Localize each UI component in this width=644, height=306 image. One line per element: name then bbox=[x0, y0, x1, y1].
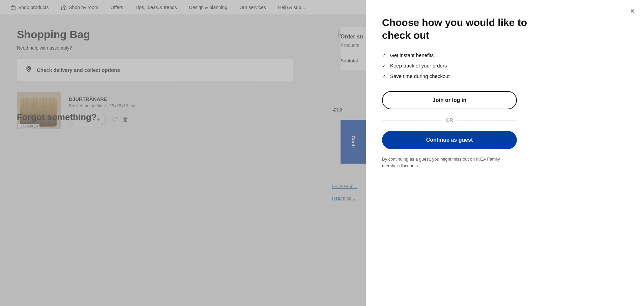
or-label: OR bbox=[446, 117, 453, 123]
continue-guest-button[interactable]: Continue as guest bbox=[382, 131, 517, 149]
overlay bbox=[0, 0, 366, 306]
or-divider: OR bbox=[382, 117, 517, 123]
close-button[interactable]: × bbox=[630, 7, 635, 16]
modal-panel: × Choose how you would like to check out… bbox=[366, 0, 644, 306]
check-icon-2: ✓ bbox=[382, 63, 386, 68]
benefit-label-1: Get instant benefits bbox=[390, 52, 434, 58]
guest-notice: By continuing as a guest, you might miss… bbox=[382, 156, 517, 169]
benefit-label-2: Keep track of your orders bbox=[390, 63, 447, 68]
check-icon-3: ✓ bbox=[382, 74, 386, 79]
benefit-item-2: ✓ Keep track of your orders bbox=[382, 63, 628, 68]
benefit-item-1: ✓ Get instant benefits bbox=[382, 52, 628, 58]
benefit-item-3: ✓ Save time during checkout bbox=[382, 73, 628, 79]
join-login-button[interactable]: Join or log in bbox=[382, 91, 517, 109]
or-line-right bbox=[457, 120, 517, 120]
check-icon-1: ✓ bbox=[382, 53, 386, 58]
modal-title: Choose how you would like to check out bbox=[382, 16, 544, 41]
benefits-list: ✓ Get instant benefits ✓ Keep track of y… bbox=[382, 52, 628, 79]
or-line-left bbox=[382, 120, 442, 120]
benefit-label-3: Save time during checkout bbox=[390, 73, 450, 79]
